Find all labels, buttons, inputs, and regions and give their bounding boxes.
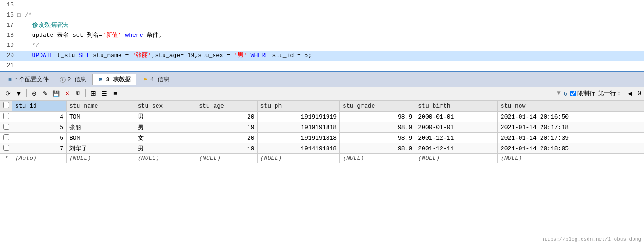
copy-btn[interactable]: ⧉ [73, 88, 83, 98]
cell-stu_name: BOM [67, 133, 135, 143]
tab-info[interactable]: ℹ 2 信息 [55, 74, 92, 85]
cell-stu_ph: 1914191818 [257, 143, 340, 154]
line-num-20: 20 [0, 51, 17, 61]
th-stu_id[interactable]: stu_id [12, 101, 67, 112]
limit-row-checkbox-label[interactable]: 限制行 [570, 89, 595, 97]
th-stu_name[interactable]: stu_name [67, 101, 135, 112]
cell-stu_sex: 男 [135, 112, 196, 122]
cell-stu_now: 2021-01-14 20:17:18 [497, 122, 644, 133]
table-row: 6 BOM 女 20 1919191818 98.9 2001-12-11 20… [0, 133, 644, 143]
th-stu_birth[interactable]: stu_birth [415, 101, 498, 112]
toolbar-refresh-icon[interactable]: ↻ [564, 90, 567, 97]
table-toolbar: ⟳ ▼ ⊕ ✎ 💾 ✕ ⧉ ⊞ ☰ ≡ ▼ ↻ 限制行 第一行： ◄ 0 [0, 87, 644, 100]
tab1-label: 1个配置文件 [15, 75, 49, 84]
save-btn[interactable]: 💾 [51, 88, 61, 98]
tab-msg[interactable]: ⚑ 4 信息 [137, 74, 175, 85]
add-btn[interactable]: ⊕ [29, 88, 39, 98]
cell-stu_grade: 98.9 [340, 112, 415, 122]
line-num-18: 18 [0, 30, 17, 40]
line-num-19: 19 [0, 40, 17, 51]
detail-view-btn[interactable]: ≡ [110, 88, 120, 98]
row-check[interactable] [0, 122, 12, 133]
delete-btn[interactable]: ✕ [62, 88, 72, 98]
row-check[interactable] [0, 112, 12, 122]
cell-auto-stu_birth: (NULL) [415, 154, 498, 163]
edit-btn[interactable]: ✎ [40, 88, 50, 98]
cell-stu_grade: 98.9 [340, 133, 415, 143]
cell-stu_age: 20 [196, 133, 257, 143]
th-stu_now[interactable]: stu_now [497, 101, 644, 112]
cell-stu_birth: 2001-12-11 [415, 133, 498, 143]
code-line-19: 19 │ */ [0, 40, 644, 51]
info-tab-icon: ℹ [60, 77, 66, 83]
tab4-label: 4 信息 [150, 75, 169, 84]
filter-icon[interactable]: ▼ [557, 90, 560, 97]
cell-stu_ph: 1919191818 [257, 133, 340, 143]
prev-page-btn[interactable]: ◄ [625, 88, 635, 98]
cell-stu_age: 19 [196, 143, 257, 154]
cell-auto-stu_id: (Auto) [12, 154, 67, 163]
th-stu_sex[interactable]: stu_sex [135, 101, 196, 112]
cell-stu_birth: 2000-01-01 [415, 112, 498, 122]
cell-auto-stu_now: (NULL) [497, 154, 644, 163]
th-stu_age[interactable]: stu_age [196, 101, 257, 112]
code-line-18: 18 │ update 表名 set 列名='新值' where 条件; [0, 30, 644, 40]
code-line-15: 15 [0, 0, 644, 10]
data-table: stu_id stu_name stu_sex stu_age stu_ph s… [0, 100, 644, 163]
cell-stu_ph: 1919191818 [257, 122, 340, 133]
row-check[interactable] [0, 143, 12, 154]
cell-auto-stu_sex: (NULL) [135, 154, 196, 163]
cell-stu_id: 4 [12, 112, 67, 122]
tab2-label: 2 信息 [68, 75, 87, 84]
line-num-17: 17 [0, 20, 17, 30]
th-check [0, 101, 12, 112]
cell-stu_now: 2021-01-14 20:18:05 [497, 143, 644, 154]
tab3-label: 3 表教据 [106, 75, 131, 84]
cell-auto-stu_name: (NULL) [67, 154, 135, 163]
th-stu_ph[interactable]: stu_ph [257, 101, 340, 112]
row-check[interactable] [0, 133, 12, 143]
cell-stu_birth: 2000-01-01 [415, 122, 498, 133]
grid-view-btn[interactable]: ⊞ [88, 88, 98, 98]
row-check-auto: * [0, 154, 12, 163]
cell-stu_name: 张丽 [67, 122, 135, 133]
code-line-17: 17 │ 修改数据语法 [0, 20, 644, 30]
tab-config[interactable]: ⊞ 1个配置文件 [2, 74, 54, 85]
cell-stu_id: 6 [12, 133, 67, 143]
list-view-btn[interactable]: ☰ [99, 88, 109, 98]
sep1 [26, 89, 27, 97]
cell-stu_birth: 2001-12-11 [415, 143, 498, 154]
first-row-label: 第一行： [598, 89, 622, 97]
dropdown-btn[interactable]: ▼ [14, 88, 24, 98]
cell-auto-stu_age: (NULL) [196, 154, 257, 163]
cell-auto-stu_grade: (NULL) [340, 154, 415, 163]
limit-label: 限制行 [577, 89, 595, 97]
line-num-21: 21 [0, 61, 17, 71]
table-container: stu_id stu_name stu_sex stu_age stu_ph s… [0, 100, 644, 163]
cell-stu_id: 7 [12, 143, 67, 154]
cell-stu_grade: 98.9 [340, 122, 415, 133]
th-stu_grade[interactable]: stu_grade [340, 101, 415, 112]
code-editor: 15 16 □ /* 17 │ 修改数据语法 18 │ update 表名 se… [0, 0, 644, 71]
refresh-btn[interactable]: ⟳ [3, 88, 13, 98]
table-row: 4 TOM 男 20 1919191919 98.9 2000-01-01 20… [0, 112, 644, 122]
code-line-16: 16 □ /* [0, 10, 644, 20]
cell-stu_now: 2021-01-14 20:17:39 [497, 133, 644, 143]
config-tab-icon: ⊞ [7, 76, 13, 83]
cell-stu_name: 刘华子 [67, 143, 135, 154]
cell-stu_age: 19 [196, 122, 257, 133]
cell-stu_ph: 1919191919 [257, 112, 340, 122]
table-row-auto: * (Auto) (NULL) (NULL) (NULL) (NULL) (NU… [0, 154, 644, 163]
bottom-panel: ⊞ 1个配置文件 ℹ 2 信息 ⊞ 3 表教据 ⚑ 4 信息 ⟳ ▼ ⊕ ✎ 💾… [0, 71, 644, 163]
line-num-16: 16 [0, 10, 17, 20]
cell-stu_now: 2021-01-14 20:16:50 [497, 112, 644, 122]
line-num-15: 15 [0, 0, 17, 10]
cell-stu_age: 20 [196, 112, 257, 122]
tab-bar: ⊞ 1个配置文件 ℹ 2 信息 ⊞ 3 表教据 ⚑ 4 信息 [0, 72, 644, 87]
limit-row-checkbox[interactable] [570, 91, 576, 96]
select-all-checkbox[interactable] [3, 102, 9, 108]
toolbar-right: ▼ ↻ 限制行 第一行： ◄ 0 [557, 88, 641, 98]
cell-stu_id: 5 [12, 122, 67, 133]
tab-tabledata[interactable]: ⊞ 3 表教据 [92, 74, 136, 85]
code-line-21: 21 [0, 61, 644, 71]
